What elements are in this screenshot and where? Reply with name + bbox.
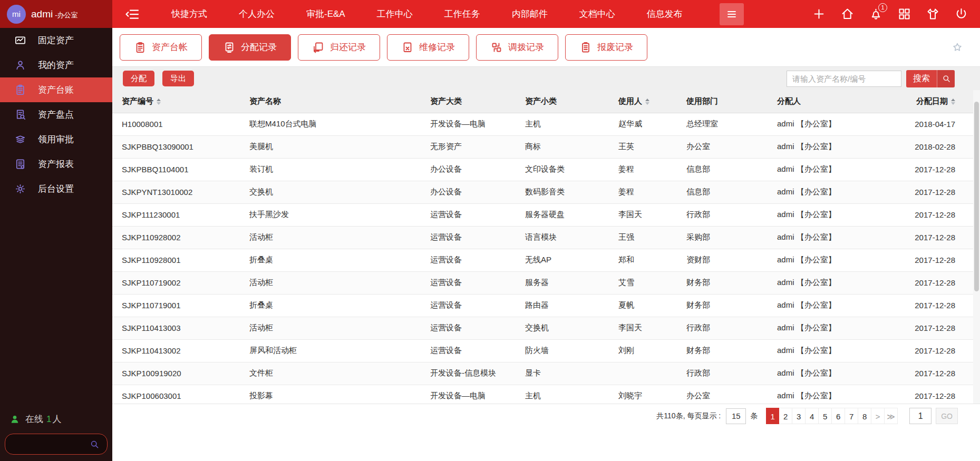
page-button[interactable]: 4 [806, 408, 819, 424]
column-header[interactable]: 资产编号 [112, 90, 240, 113]
column-header[interactable]: 使用人 [609, 90, 677, 113]
nav-item[interactable]: 个人办公 [223, 0, 290, 28]
sidebar-item-2[interactable]: 我的资产 [0, 53, 112, 77]
tab-label: 资产台帐 [152, 41, 188, 53]
table-cell: SJKP110719001 [112, 294, 240, 317]
table-row[interactable]: SJKPBBQ13090001美腿机无形资产商标王英办公室admi 【办公室】2… [112, 135, 973, 158]
sidebar-item-3[interactable]: 资产台账 [0, 77, 112, 102]
pagination: 共110条, 每页显示 : 条 12345678>≫ GO [112, 404, 980, 428]
column-header: 资产大类 [421, 90, 516, 113]
sidebar: 固定资产我的资产资产台账资产盘点领用审批资产报表后台设置 在线 1 人 [0, 28, 112, 461]
table-cell: 交换机 [240, 181, 421, 203]
page-button[interactable]: 6 [832, 408, 845, 424]
table-row[interactable]: SJKPYNT13010002交换机办公设备数码影音类姜程信息部admi 【办公… [112, 181, 973, 203]
menu-collapse-icon[interactable] [125, 6, 141, 22]
sidebar-item-1[interactable]: 固定资产 [0, 28, 112, 53]
nav-item[interactable]: 信息发布 [631, 0, 698, 28]
table-row[interactable]: SJKP100603001投影幕开发设备—电脑主机刘晓宇办公室admi 【办公室… [112, 385, 973, 404]
nav-item[interactable]: 工作任务 [429, 0, 496, 28]
nav-item[interactable]: 审批-E&A [290, 0, 361, 28]
tab-归还记录[interactable]: 归还记录 [298, 34, 380, 61]
table-row[interactable]: SJKPBBQ1104001装订机办公设备文印设备类姜程信息部admi 【办公室… [112, 158, 973, 181]
table-row[interactable]: SJKP110928001折叠桌运营设备无线AP郑和资财部admi 【办公室】2… [112, 249, 973, 271]
bell-icon[interactable]: 1 [869, 7, 883, 21]
search-button[interactable]: 搜索 [906, 70, 955, 87]
table-cell: SJKP110928002 [112, 226, 240, 249]
menu-more-button[interactable] [720, 3, 744, 25]
nav-item[interactable]: 工作中心 [361, 0, 429, 28]
page-button[interactable]: 1 [766, 408, 779, 424]
table-row[interactable]: SJKP110413002屏风和活动柜运营设备防火墙刘刚财务部admi 【办公室… [112, 339, 973, 362]
column-header-label: 资产大类 [430, 96, 462, 105]
sidebar-item-6[interactable]: 资产报表 [0, 152, 112, 176]
table-row[interactable]: SJKP111230001扶手黑沙发运营设备服务器硬盘李国天行政部admi 【办… [112, 203, 973, 226]
table-cell: admi 【办公室】 [768, 158, 901, 181]
page-size-unit: 条 [750, 411, 758, 421]
tab-调拨记录[interactable]: 调拨记录 [476, 34, 558, 61]
sidebar-item-5[interactable]: 领用审批 [0, 127, 112, 152]
sort-icon[interactable] [645, 99, 649, 105]
export-button[interactable]: 导出 [162, 71, 194, 86]
page-button[interactable]: 3 [792, 408, 806, 424]
tab-分配记录[interactable]: 分配记录 [209, 34, 291, 61]
nav-item[interactable]: 快捷方式 [156, 0, 223, 28]
table-cell: 2017-12-28 [901, 203, 973, 226]
table-cell: 运营设备 [421, 203, 516, 226]
table-cell: admi 【办公室】 [768, 294, 901, 317]
go-button[interactable]: GO [936, 408, 958, 424]
page-button[interactable]: 8 [858, 408, 871, 424]
table-row[interactable]: H10008001联想M410台式电脑开发设备—电脑主机赵华威总经理室admi … [112, 113, 973, 135]
home-icon[interactable] [840, 7, 855, 21]
sidebar-footer: 在线 1 人 [0, 413, 112, 455]
table-cell: 屏风和活动柜 [240, 339, 421, 362]
table-cell: 服务器 [516, 271, 609, 294]
page-size-input[interactable] [726, 408, 746, 424]
sort-icon[interactable] [951, 99, 955, 105]
sidebar-item-4[interactable]: 资产盘点 [0, 102, 112, 127]
tab-维修记录[interactable]: 维修记录 [387, 34, 469, 61]
column-header[interactable]: 分配日期 [901, 90, 973, 113]
table-cell: 语言模块 [516, 226, 609, 249]
user-brand[interactable]: mi admi-办公室 [0, 0, 112, 28]
vertical-scrollbar[interactable] [973, 90, 980, 404]
table-cell: SJKPBBQ13090001 [112, 135, 240, 158]
table-cell: 主机 [516, 113, 609, 135]
sidebar-search-input[interactable] [5, 440, 89, 449]
page-button[interactable]: 7 [845, 408, 858, 424]
asset-search-input[interactable] [787, 71, 901, 87]
favorite-star-icon[interactable] [952, 42, 963, 53]
table-cell: admi 【办公室】 [768, 362, 901, 385]
table-row[interactable]: SJKP110928002活动柜运营设备语言模块王强采购部admi 【办公室】2… [112, 226, 973, 249]
table-cell: 运营设备 [421, 226, 516, 249]
next-page-button[interactable]: > [871, 408, 885, 424]
sidebar-item-7[interactable]: 后台设置 [0, 176, 112, 201]
table-row[interactable]: SJKP110413003活动柜运营设备交换机李国天行政部admi 【办公室】2… [112, 317, 973, 339]
page-button[interactable]: 5 [819, 408, 832, 424]
goto-page-input[interactable] [909, 408, 932, 424]
tab-资产台帐[interactable]: 资产台帐 [120, 34, 202, 61]
apps-icon[interactable] [897, 7, 911, 21]
table-cell: admi 【办公室】 [768, 181, 901, 203]
sidebar-search-icon[interactable] [89, 439, 100, 449]
power-icon[interactable] [954, 7, 968, 21]
last-page-button[interactable]: ≫ [885, 408, 898, 424]
shirt-icon[interactable] [926, 7, 940, 21]
asset-table-wrap: 资产编号资产名称资产大类资产小类使用人使用部门分配人分配日期 H10008001… [112, 90, 980, 404]
table-cell: 2017-12-28 [901, 271, 973, 294]
nav-item[interactable]: 文档中心 [564, 0, 631, 28]
tab-报废记录[interactable]: 报废记录 [565, 34, 647, 61]
transfer-icon [490, 41, 503, 54]
nav-item[interactable]: 内部邮件 [496, 0, 564, 28]
table-row[interactable]: SJKP110719002活动柜运营设备服务器艾雪财务部admi 【办公室】20… [112, 271, 973, 294]
avatar[interactable]: mi [7, 5, 26, 24]
column-header-label: 使用部门 [686, 96, 718, 105]
assign-button[interactable]: 分配 [123, 71, 154, 86]
scrollbar-thumb[interactable] [974, 102, 979, 291]
table-row[interactable]: SJKP100919020文件柜开发设备-信息模块显卡行政部admi 【办公室】… [112, 362, 973, 385]
sort-icon[interactable] [157, 99, 161, 105]
topbar-actions: 1 [798, 7, 980, 21]
table-row[interactable]: SJKP110719001折叠桌运营设备路由器夏帆财务部admi 【办公室】20… [112, 294, 973, 317]
column-header-label: 分配人 [777, 96, 801, 105]
plus-icon[interactable] [812, 7, 826, 21]
page-button[interactable]: 2 [779, 408, 792, 424]
